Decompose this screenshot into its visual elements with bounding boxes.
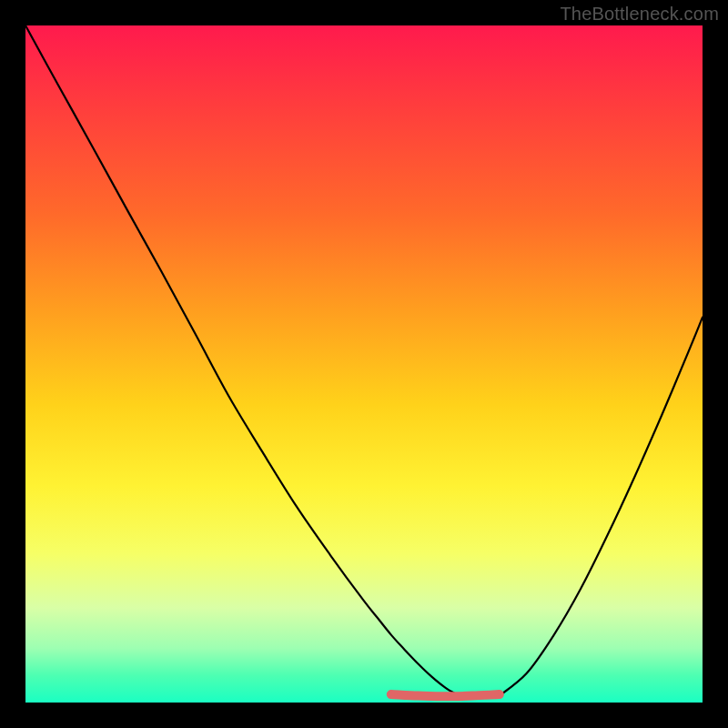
chart-plot-area — [25, 25, 703, 703]
curve-left-line — [25, 25, 459, 696]
chart-svg — [25, 25, 703, 703]
curve-group — [25, 25, 703, 696]
highlight-band — [391, 694, 500, 696]
curve-right-line — [500, 318, 703, 696]
chart-frame: TheBottleneck.com — [0, 0, 728, 728]
watermark-text: TheBottleneck.com — [560, 4, 719, 25]
